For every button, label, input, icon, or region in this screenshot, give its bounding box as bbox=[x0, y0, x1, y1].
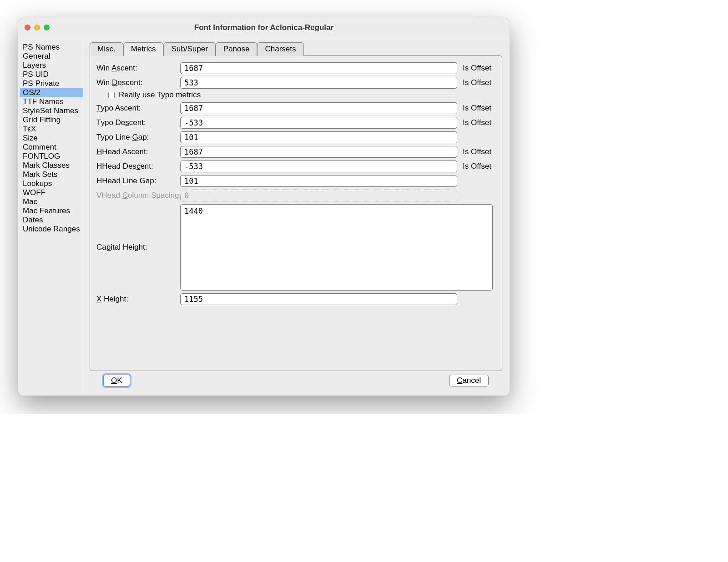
input-win-descent[interactable] bbox=[180, 77, 457, 89]
tab-sub-super[interactable]: Sub/Super bbox=[163, 42, 215, 56]
row-typo-descent: Typo Descent: Is Offset bbox=[96, 117, 495, 129]
sidebar-item-fontlog[interactable]: FONTLOG bbox=[20, 152, 83, 161]
label-x-height: X Height: bbox=[96, 295, 177, 304]
input-typo-descent[interactable] bbox=[180, 117, 457, 129]
sidebar-item-general[interactable]: General bbox=[20, 52, 83, 61]
offset-win-ascent[interactable]: Is Offset bbox=[460, 64, 495, 73]
input-x-height[interactable] bbox=[180, 293, 457, 305]
label-hhead-ascent: HHead Ascent: bbox=[96, 147, 177, 156]
row-hhead-descent: HHead Descent: Is Offset bbox=[96, 161, 495, 172]
sidebar-item-ps-names[interactable]: PS Names bbox=[20, 43, 83, 52]
sidebar-item-dates[interactable]: Dates bbox=[20, 216, 83, 225]
row-typo-ascent: Typo Ascent: Is Offset bbox=[96, 102, 495, 114]
sidebar-item-comment[interactable]: Comment bbox=[20, 143, 83, 152]
label-win-descent: Win Descent: bbox=[96, 78, 177, 87]
zoom-icon[interactable] bbox=[44, 25, 50, 30]
sidebar-item-grid-fitting[interactable]: Grid Fitting bbox=[20, 115, 83, 125]
input-hhead-linegap[interactable] bbox=[180, 175, 457, 187]
sidebar-item-t-x[interactable]: TεX bbox=[20, 125, 83, 134]
input-capital-height[interactable]: 1440 bbox=[180, 204, 493, 291]
row-x-height: X Height: bbox=[96, 293, 495, 305]
sidebar: PS NamesGeneralLayersPS UIDPS PrivateOS/… bbox=[18, 40, 83, 393]
input-typo-linegap[interactable] bbox=[180, 131, 457, 143]
sidebar-item-ps-private[interactable]: PS Private bbox=[20, 79, 83, 88]
sidebar-item-mark-sets[interactable]: Mark Sets bbox=[20, 170, 83, 179]
input-vhead-colspacing bbox=[180, 190, 457, 201]
body: PS NamesGeneralLayersPS UIDPS PrivateOS/… bbox=[18, 37, 510, 396]
checkbox-really-use-typo[interactable] bbox=[108, 92, 115, 98]
sidebar-item-size[interactable]: Size bbox=[20, 134, 83, 143]
row-really-use-typo: Really use Typo metrics bbox=[106, 90, 495, 100]
offset-win-descent[interactable]: Is Offset bbox=[460, 78, 495, 87]
label-typo-ascent: Typo Ascent: bbox=[96, 104, 177, 113]
offset-hhead-ascent[interactable]: Is Offset bbox=[460, 147, 495, 156]
tabs: Misc.MetricsSub/SuperPanoseCharsets bbox=[90, 42, 502, 55]
label-hhead-linegap: HHead Line Gap: bbox=[96, 176, 177, 186]
label-win-ascent: Win Ascent: bbox=[96, 64, 177, 73]
label-typo-descent: Typo Descent: bbox=[96, 118, 177, 127]
tab-charsets[interactable]: Charsets bbox=[257, 42, 303, 56]
window-controls bbox=[25, 25, 50, 30]
input-typo-ascent[interactable] bbox=[180, 102, 457, 114]
row-vhead-colspacing: VHead Column Spacing: bbox=[96, 190, 495, 201]
sidebar-item-ttf-names[interactable]: TTF Names bbox=[20, 97, 83, 106]
row-hhead-linegap: HHead Line Gap: bbox=[96, 175, 495, 187]
label-capital-height: Capital Height: bbox=[96, 243, 177, 252]
label-vhead-colspacing: VHead Column Spacing: bbox=[96, 191, 177, 200]
minimize-icon[interactable] bbox=[34, 25, 40, 30]
row-win-descent: Win Descent: Is Offset bbox=[96, 77, 495, 89]
input-hhead-descent[interactable] bbox=[180, 161, 457, 172]
sidebar-item-woff[interactable]: WOFF bbox=[20, 188, 83, 197]
ok-button[interactable]: OOKK bbox=[103, 375, 130, 386]
input-win-ascent[interactable] bbox=[180, 62, 457, 74]
sidebar-item-mark-classes[interactable]: Mark Classes bbox=[20, 161, 83, 170]
tab-misc-[interactable]: Misc. bbox=[90, 42, 123, 56]
sidebar-item-mac-features[interactable]: Mac Features bbox=[20, 206, 83, 216]
row-capital-height: Capital Height: 1440 bbox=[96, 204, 495, 291]
row-typo-linegap: Typo Line Gap: bbox=[96, 131, 495, 143]
font-info-window: Font Information for Aclonica-Regular PS… bbox=[18, 18, 510, 396]
sidebar-item-mac[interactable]: Mac bbox=[20, 197, 83, 206]
tab-metrics[interactable]: Metrics bbox=[123, 42, 164, 56]
cancel-button[interactable]: CancelCancel bbox=[449, 375, 489, 386]
content: Misc.MetricsSub/SuperPanoseCharsets Win … bbox=[83, 37, 510, 396]
label-really-use-typo: Really use Typo metrics bbox=[119, 90, 201, 100]
sidebar-item-unicode-ranges[interactable]: Unicode Ranges bbox=[20, 225, 83, 234]
offset-typo-descent[interactable]: Is Offset bbox=[460, 118, 495, 127]
offset-typo-ascent[interactable]: Is Offset bbox=[460, 104, 495, 113]
label-hhead-descent: HHead Descent: bbox=[96, 162, 177, 171]
sidebar-item-layers[interactable]: Layers bbox=[20, 61, 83, 70]
row-hhead-ascent: HHead Ascent: Is Offset bbox=[96, 146, 495, 158]
metrics-panel: Win Ascent: Is Offset Win Descent: Is Of… bbox=[90, 55, 502, 371]
titlebar: Font Information for Aclonica-Regular bbox=[18, 18, 510, 37]
close-icon[interactable] bbox=[25, 25, 30, 30]
footer: OOKK CancelCancel bbox=[90, 371, 502, 393]
label-typo-linegap: Typo Line Gap: bbox=[96, 133, 177, 142]
tab-panose[interactable]: Panose bbox=[216, 42, 258, 56]
sidebar-item-styleset-names[interactable]: StyleSet Names bbox=[20, 106, 83, 115]
sidebar-item-lookups[interactable]: Lookups bbox=[20, 179, 83, 188]
row-win-ascent: Win Ascent: Is Offset bbox=[96, 62, 495, 74]
sidebar-item-ps-uid[interactable]: PS UID bbox=[20, 70, 83, 79]
offset-hhead-descent[interactable]: Is Offset bbox=[460, 162, 495, 171]
sidebar-item-os-2[interactable]: OS/2 bbox=[20, 88, 83, 97]
window-title: Font Information for Aclonica-Regular bbox=[18, 23, 510, 32]
input-hhead-ascent[interactable] bbox=[180, 146, 457, 158]
